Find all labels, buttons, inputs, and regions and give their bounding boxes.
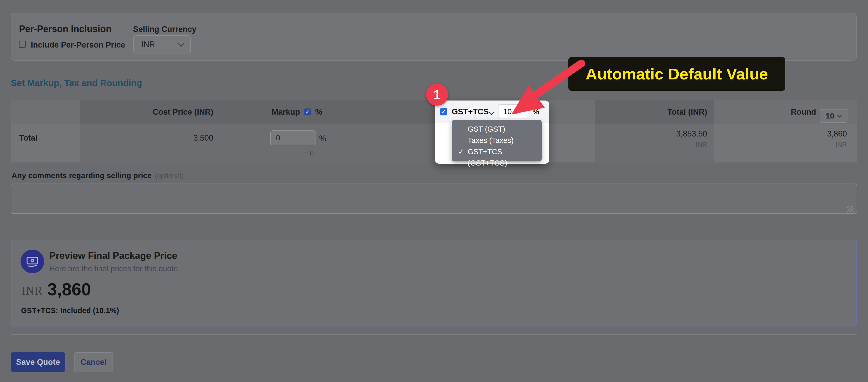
selling-currency-label: Selling Currency [133,25,196,34]
menu-item-gst[interactable]: GST (GST) [452,123,542,135]
menu-item-label: GST+TCS (GST+TCS) [468,148,507,167]
column-header-total: Total (INR) [668,100,707,124]
per-person-inclusion-title: Per-Person Inclusion [19,24,112,34]
row-cell-label-bg [11,124,80,163]
include-per-person-label: Include Per-Person Price [31,40,125,50]
markup-unit-label: % [315,108,322,117]
tax-rate-input[interactable] [498,104,528,119]
comments-label: Any comments regarding selling price(opt… [11,171,184,180]
checkmark-icon: ✓ [305,109,310,115]
comments-label-text: Any comments regarding selling price [11,171,152,180]
preview-currency-code: INR [22,284,43,297]
menu-item-label: GST (GST) [468,125,505,133]
save-quote-button[interactable]: Save Quote [11,352,65,372]
round-select[interactable]: 10 [820,109,847,123]
tax-type-select[interactable]: GST+TCS [452,100,489,123]
round-value: 10 [826,112,834,120]
chevron-down-icon [178,40,184,47]
tax-enabled-checkbox[interactable]: ✓ [440,108,447,115]
footer-divider [11,334,857,335]
pricing-table: Cost Price (INR) Markup ✓ % Total (INR) … [11,100,857,163]
markup-computed-result: = 0 [286,149,332,157]
section-heading: Set Markup, Tax and Rounding [11,78,142,88]
column-header-cost-price: Cost Price (INR) [153,100,213,124]
column-header-markup: Markup ✓ % [272,100,322,124]
comments-optional-hint: (optional) [155,172,184,180]
column-header-round: Round [791,100,816,124]
annotation-callout: Automatic Default Value [568,57,785,91]
banknote-icon [21,249,44,273]
header-cell-row-label [11,100,80,124]
markup-header-label: Markup [272,108,300,117]
chevron-down-icon [837,113,842,118]
selling-currency-select[interactable]: INR [133,35,191,54]
preview-subtitle: Here are the final prices for this quote… [49,264,180,273]
preview-title: Preview Final Package Price [49,251,177,261]
preview-tax-breakdown: GST+TCS: Included (10.1%) [21,306,119,315]
selling-currency-value: INR [141,40,155,49]
menu-item-gst-tcs-selected[interactable]: ✓ GST+TCS (GST+TCS) [452,146,542,157]
total-value: 3,853.50 [676,129,707,139]
row-label-total: Total [19,134,37,143]
cancel-button[interactable]: Cancel [74,352,113,372]
markup-input[interactable] [270,130,316,145]
table-total-row: Total 3,500 % = 0 3,853.50 INR 3,860 INR [11,124,857,163]
tax-rate-unit: % [532,100,539,123]
checkmark-icon: ✓ [441,109,446,115]
menu-item-label: Taxes (Taxes) [468,136,514,144]
preview-final-price: 3,860 [47,279,91,299]
check-icon: ✓ [458,146,464,157]
include-per-person-checkbox[interactable] [19,40,26,48]
cost-price-value: 3,500 [193,134,213,143]
markup-percent-sign: % [319,134,326,143]
step-number-badge: 1 [426,84,448,106]
tax-options-menu: GST (GST) Taxes (Taxes) ✓ GST+TCS (GST+T… [452,120,542,161]
markup-enabled-checkbox[interactable]: ✓ [304,109,311,115]
rounded-currency: INR [835,141,847,149]
section-divider [11,227,857,227]
comments-textarea[interactable] [11,183,857,214]
rounded-value: 3,860 [827,129,847,139]
menu-item-taxes[interactable]: Taxes (Taxes) [452,135,542,146]
total-currency: INR [695,141,707,149]
textarea-resize-grip[interactable] [847,206,854,212]
quote-pricing-page: Per-Person Inclusion Include Per-Person … [0,0,868,382]
